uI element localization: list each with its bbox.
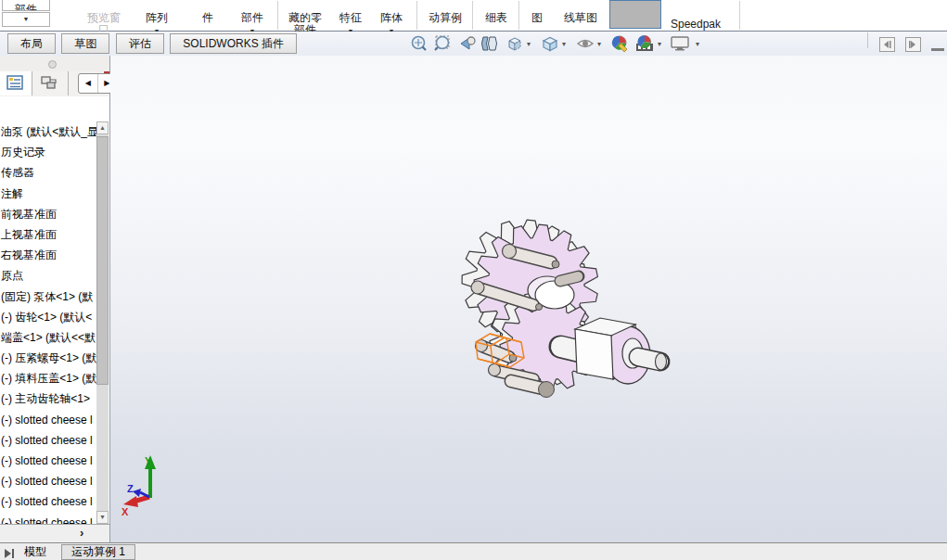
view-settings-dropdown[interactable]: ▾: [696, 40, 699, 48]
expand-panel-icon[interactable]: ›: [80, 526, 83, 541]
previous-view-icon[interactable]: [456, 34, 477, 53]
z-axis-label: Z: [127, 483, 134, 494]
motion-study-label: 动算例: [429, 11, 462, 24]
speedpak-pressed-button[interactable]: [609, 0, 661, 29]
tab-evaluate[interactable]: 评估: [116, 33, 164, 54]
collapse-left-pane-button[interactable]: [879, 37, 895, 52]
grip-dot-icon: [48, 60, 57, 69]
ribbon-separator: [472, 1, 473, 30]
orientation-triad: Y X Z: [122, 455, 156, 517]
tree-item-annotations[interactable]: 注解: [0, 184, 96, 204]
tree-item-slotted-cheese-screw[interactable]: (-) slotted cheese l: [0, 513, 96, 524]
tree-item-top-plane[interactable]: 上视基准面: [0, 224, 96, 245]
show-hidden-components-button[interactable]: 藏的零 部件: [280, 0, 330, 31]
expand-right-pane-button[interactable]: [905, 37, 921, 52]
apply-scene-dropdown[interactable]: ▾: [658, 40, 661, 48]
feature-tree: 油泵 (默认<默认_显 历史记录 传感器 注解 前视基准面 上视基准面 右视基准…: [0, 121, 96, 524]
y-axis-label: Y: [145, 455, 152, 466]
smart-fastener-label: 件: [202, 11, 213, 24]
explode-line-sketch-button[interactable]: 线草图: [555, 0, 607, 31]
scroll-down-icon[interactable]: ▼: [96, 511, 109, 524]
minimize-icon[interactable]: [931, 48, 944, 51]
tree-item-gear[interactable]: (-) 齿轮<1> (默认<: [0, 307, 96, 327]
motion-study-button[interactable]: 动算例: [420, 0, 470, 31]
display-style-icon[interactable]: [540, 34, 560, 53]
reference-geometry-label: 阵体: [380, 11, 403, 24]
tab-solidworks-addins[interactable]: SOLIDWORKS 插件: [170, 33, 297, 54]
tree-item-slotted-cheese-screw[interactable]: (-) slotted cheese l: [0, 430, 96, 451]
tree-item-sensors[interactable]: 传感器: [0, 162, 96, 183]
zoom-to-area-icon[interactable]: [432, 34, 453, 53]
model-tabs-bar: 模型 运动算例 1: [0, 542, 947, 560]
tab-sketch[interactable]: 草图: [61, 33, 109, 54]
view-settings-icon[interactable]: [670, 34, 690, 53]
tab-featuremanager-tree[interactable]: [0, 71, 32, 95]
tab-propertymanager[interactable]: [32, 71, 69, 95]
assembly-features-button[interactable]: 特征 ▼: [331, 0, 370, 31]
featuremanager-panel: ◀ ▶ 油泵 (默认<默认_显 历史记录 传感器 注解 前视基准面 上视基准面 …: [0, 56, 110, 542]
tree-item-packing-gland[interactable]: (-) 填料压盖<1> (默: [0, 368, 96, 388]
display-style-dropdown[interactable]: ▾: [562, 40, 566, 48]
toolbar-separator: [867, 32, 868, 48]
gear-pump-assembly-model: Y X Z: [110, 56, 947, 542]
tree-item-history[interactable]: 历史记录: [0, 142, 96, 162]
scroll-tabs-left-button[interactable]: ◀: [79, 74, 98, 93]
tree-item-origin[interactable]: 原点: [0, 265, 96, 286]
zoom-to-fit-icon[interactable]: [409, 34, 429, 53]
tree-item-slotted-cheese-screw[interactable]: (-) slotted cheese l: [0, 471, 96, 491]
tree-item-right-plane[interactable]: 右视基准面: [0, 245, 96, 265]
smart-fastener-button[interactable]: 件: [188, 0, 227, 31]
tree-item-slotted-cheese-screw[interactable]: (-) slotted cheese l: [0, 491, 96, 512]
component-pattern-label: 阵列: [146, 11, 168, 24]
scrollbar-thumb[interactable]: [96, 136, 109, 385]
hex-nut-front: [575, 329, 613, 379]
bill-of-materials-button[interactable]: 细表: [475, 0, 518, 31]
ribbon-separator: [518, 1, 519, 30]
tree-item-assembly-root[interactable]: 油泵 (默认<默认_显: [0, 121, 96, 142]
component-pattern-button[interactable]: 阵列 ▼: [128, 0, 186, 31]
exploded-view-button[interactable]: 图: [521, 0, 553, 31]
tree-item-pump-body[interactable]: (固定) 泵体<1> (默: [0, 286, 96, 307]
reference-geometry-button[interactable]: 阵体 ▼: [371, 0, 412, 31]
ribbon-separator: [739, 1, 740, 30]
panel-bottom-strip: ›: [0, 524, 109, 543]
move-component-button[interactable]: 部件 ▼: [228, 0, 276, 31]
tab-layout[interactable]: 布局: [7, 33, 56, 54]
ribbon-separator: [277, 1, 278, 30]
graphics-viewport[interactable]: Y X Z: [110, 56, 947, 542]
apply-scene-icon[interactable]: [634, 34, 655, 53]
exploded-view-label: 图: [531, 11, 543, 24]
view-orientation-icon[interactable]: [505, 34, 525, 53]
commandmanager-tabs: 布局 草图 评估 SOLIDWORKS 插件: [7, 33, 299, 54]
panel-filter-area: [0, 96, 109, 121]
view-orientation-dropdown[interactable]: ▾: [527, 40, 531, 48]
section-view-icon[interactable]: [480, 34, 500, 53]
commandmanager-tab-row: 布局 草图 评估 SOLIDWORKS 插件 ▾ ▾ ▾: [0, 32, 947, 56]
insert-component-button[interactable]: 部件: [2, 0, 50, 11]
move-component-label: 部件: [241, 11, 263, 24]
tab-motion-study-1[interactable]: 运动算例 1: [61, 544, 135, 560]
x-axis-label: X: [122, 506, 129, 517]
tree-item-drive-gear-shaft[interactable]: (-) 主动齿轮轴<1>: [0, 388, 96, 409]
motionmanager-toggle-icon[interactable]: [3, 546, 18, 557]
insert-component-dropdown[interactable]: ▼: [2, 12, 50, 27]
command-ribbon: 部件 ▼ 预览窗 口 阵列 ▼ 件 部件 ▼ 藏的零 部件 特征 ▼ 阵体 ▼ …: [0, 0, 947, 32]
edit-appearance-icon[interactable]: [610, 34, 631, 53]
assembly-features-label: 特征: [339, 11, 362, 24]
bill-of-materials-label: 细表: [485, 11, 507, 24]
preview-window-button: 预览窗 口: [78, 0, 130, 31]
tree-item-slotted-cheese-screw[interactable]: (-) slotted cheese l: [0, 410, 96, 430]
panel-tab-strip: ◀ ▶: [0, 71, 109, 97]
hide-show-items-icon[interactable]: [575, 34, 595, 53]
hide-show-items-dropdown[interactable]: ▾: [597, 40, 601, 48]
tree-item-slotted-cheese-screw[interactable]: (-) slotted cheese l: [0, 451, 96, 471]
tree-item-end-cap[interactable]: 端盖<1> (默认<<默: [0, 327, 96, 348]
scroll-up-icon[interactable]: ▲: [96, 121, 109, 134]
tree-scrollbar[interactable]: ▲ ▼: [96, 121, 109, 524]
tab-model[interactable]: 模型: [24, 544, 46, 560]
ribbon-separator: [416, 1, 417, 30]
tree-item-front-plane[interactable]: 前视基准面: [0, 204, 96, 224]
z-axis-arrow: [133, 489, 141, 497]
panel-splitter-grip[interactable]: [0, 56, 109, 71]
tree-item-lock-nut[interactable]: (-) 压紧螺母<1> (默: [0, 348, 96, 368]
